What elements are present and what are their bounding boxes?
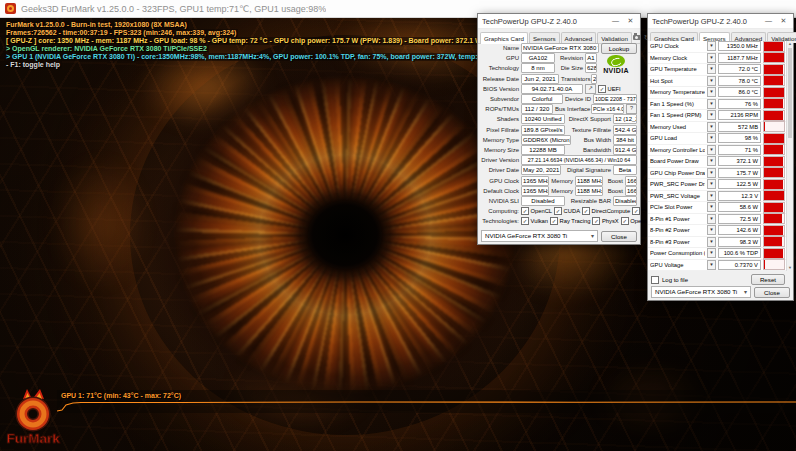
sensor-dropdown-button[interactable]: ▼ <box>707 110 716 120</box>
gpuz-graphics-card-window: TechPowerUp GPU-Z 2.40.0 — ✕ Graphics Ca… <box>477 13 641 245</box>
lookup-button[interactable]: Lookup <box>601 43 637 54</box>
sensor-bar <box>763 259 785 270</box>
sensor-row: PWR_SRC Power Draw ▼ 122.5 W <box>648 179 787 191</box>
sensor-dropdown-button[interactable]: ▼ <box>707 122 716 132</box>
sli-value: Disabled <box>521 196 565 206</box>
sensor-dropdown-button[interactable]: ▼ <box>707 133 716 143</box>
sensor-row: Fan 1 Speed (RPM) ▼ 2136 RPM <box>648 110 787 122</box>
technology-feature-checkbox[interactable]: ✓ PhysX <box>592 217 618 225</box>
die-size-value: 628 mm² <box>585 63 597 73</box>
sensor-bar-fill <box>764 42 783 51</box>
furmark-app-icon <box>5 3 16 14</box>
osd-line: > OpenGL renderer: NVIDIA GeForce RTX 30… <box>4 45 209 53</box>
gpuz-card-titlebar[interactable]: TechPowerUp GPU-Z 2.40.0 — ✕ <box>478 14 640 29</box>
computing-feature-checkbox[interactable]: ✓ DirectCompute <box>582 207 630 215</box>
field-label: ROPs/TMUs <box>481 106 519 112</box>
sensor-label: GPU Chip Power Draw <box>650 170 705 176</box>
sensor-label: GPU Clock <box>650 43 705 49</box>
sensor-dropdown-button[interactable]: ▼ <box>707 99 716 109</box>
scroll-down-icon[interactable]: ▼ <box>788 265 792 271</box>
gpuz-sensors-titlebar[interactable]: TechPowerUp GPU-Z 2.40.0 — ✕ <box>648 14 793 29</box>
sensor-label: GPU Load <box>650 135 705 141</box>
sensor-dropdown-button[interactable]: ▼ <box>707 179 716 189</box>
bios-version-value: 94.02.71.40.0A <box>521 84 583 94</box>
sensor-bar <box>763 52 785 63</box>
technology-value: 8 nm <box>521 63 555 73</box>
sensor-dropdown-button[interactable]: ▼ <box>707 87 716 97</box>
share-icon[interactable]: ↗ <box>585 84 596 94</box>
sensor-label: Board Power Draw <box>650 158 705 164</box>
sensor-label: GPU Temperature <box>650 66 705 72</box>
uefi-checkbox[interactable]: ✓ UEFI <box>598 85 621 93</box>
sensor-value: 100.6 % TDP <box>718 248 761 258</box>
sensor-value: 0.7370 V <box>718 260 761 270</box>
sensor-label: Power Consumption (%) <box>650 250 705 256</box>
sensor-dropdown-button[interactable]: ▼ <box>707 168 716 178</box>
reset-button[interactable]: Reset <box>751 274 785 285</box>
sensor-label: 8-Pin #1 Power <box>650 216 705 222</box>
sensor-dropdown-button[interactable]: ▼ <box>707 225 716 235</box>
technology-feature-checkbox[interactable]: ✓ Vulkan <box>521 217 548 225</box>
computing-feature-label: OpenCL <box>531 208 553 214</box>
sensor-dropdown-button[interactable]: ▼ <box>707 260 716 270</box>
sensor-bar <box>763 213 785 224</box>
sensor-value: 572 MB <box>718 122 761 132</box>
field-label: Shaders <box>481 116 519 122</box>
device-id-value: 10DE 2208 - 7377 1401 <box>593 94 637 104</box>
sensor-bar-fill <box>764 145 783 154</box>
sensor-list: GPU Clock ▼ 1350.0 MHz Memory Clock ▼ 11… <box>648 41 787 271</box>
sensor-label: Memory Clock <box>650 55 705 61</box>
computing-feature-checkbox[interactable]: ✓ OpenCL <box>521 207 552 215</box>
sensor-row: GPU Chip Power Draw ▼ 175.7 W <box>648 168 787 180</box>
field-label: Memory <box>551 178 573 184</box>
default-boost-clock-value: 1665 MHz <box>625 186 637 196</box>
sensor-row: Power Consumption (%) ▼ 100.6 % TDP <box>648 248 787 260</box>
sensor-dropdown-button[interactable]: ▼ <box>707 64 716 74</box>
device-select[interactable]: NVIDIA GeForce RTX 3080 Ti ▾ <box>481 230 598 242</box>
field-label: Memory Size <box>481 147 519 153</box>
sensor-dropdown-button[interactable]: ▼ <box>707 202 716 212</box>
computing-feature-label: DirectCompute <box>592 208 631 214</box>
scroll-up-icon[interactable]: ▲ <box>788 41 792 47</box>
field-label: Driver Version <box>481 157 519 163</box>
close-button[interactable]: Close <box>601 231 637 242</box>
sensor-row: Memory Temperature ▼ 86.0 °C <box>648 87 787 99</box>
sensor-label: Memory Controller Load <box>650 147 705 153</box>
computing-feature-checkbox[interactable]: ✓ CUDA <box>554 207 580 215</box>
sensor-value: 72.5 W <box>718 214 761 224</box>
sensor-dropdown-button[interactable]: ▼ <box>707 214 716 224</box>
minimize-icon[interactable]: — <box>610 16 621 26</box>
screenshot-camera-icon[interactable] <box>633 35 641 41</box>
sensor-row: PWR_SRC Voltage ▼ 12.3 V <box>648 191 787 203</box>
osd-line: - F1: toggle help <box>4 61 62 69</box>
close-button[interactable]: Close <box>754 287 790 298</box>
checkbox-check-icon: ✓ <box>521 207 529 215</box>
sensor-bar <box>763 133 785 144</box>
sensor-dropdown-button[interactable]: ▼ <box>707 76 716 86</box>
close-icon[interactable]: ✕ <box>625 16 636 26</box>
log-to-file-checkbox[interactable] <box>651 276 659 284</box>
sensor-dropdown-button[interactable]: ▼ <box>707 41 716 51</box>
sensor-dropdown-button[interactable]: ▼ <box>707 156 716 166</box>
chevron-down-icon: ▾ <box>591 231 594 241</box>
help-icon[interactable]: ? <box>626 104 637 114</box>
gpuz-sensors-window: TechPowerUp GPU-Z 2.40.0 — ✕ Graphics Ca… <box>647 13 794 301</box>
minimize-icon[interactable]: — <box>763 16 774 26</box>
sensor-bar <box>763 87 785 98</box>
device-select[interactable]: NVIDIA GeForce RTX 3080 Ti ▾ <box>651 286 751 298</box>
sensor-bar <box>763 110 785 121</box>
sensor-dropdown-button[interactable]: ▼ <box>707 248 716 258</box>
sensor-dropdown-button[interactable]: ▼ <box>707 191 716 201</box>
sensor-bar-fill <box>764 88 784 97</box>
close-icon[interactable]: ✕ <box>778 16 789 26</box>
scrollbar-thumb[interactable] <box>788 48 792 138</box>
sensor-scrollbar[interactable]: ▲ ▼ <box>786 41 793 271</box>
sensor-dropdown-button[interactable]: ▼ <box>707 237 716 247</box>
sensor-dropdown-button[interactable]: ▼ <box>707 53 716 63</box>
technology-feature-checkbox[interactable]: ✓ Ray Tracing <box>550 217 590 225</box>
sensor-label: Memory Temperature <box>650 89 705 95</box>
sensor-value: 372.1 W <box>718 156 761 166</box>
sensor-dropdown-button[interactable]: ▼ <box>707 145 716 155</box>
field-label: Subvendor <box>481 96 519 102</box>
field-label: Technologies: <box>481 218 519 224</box>
